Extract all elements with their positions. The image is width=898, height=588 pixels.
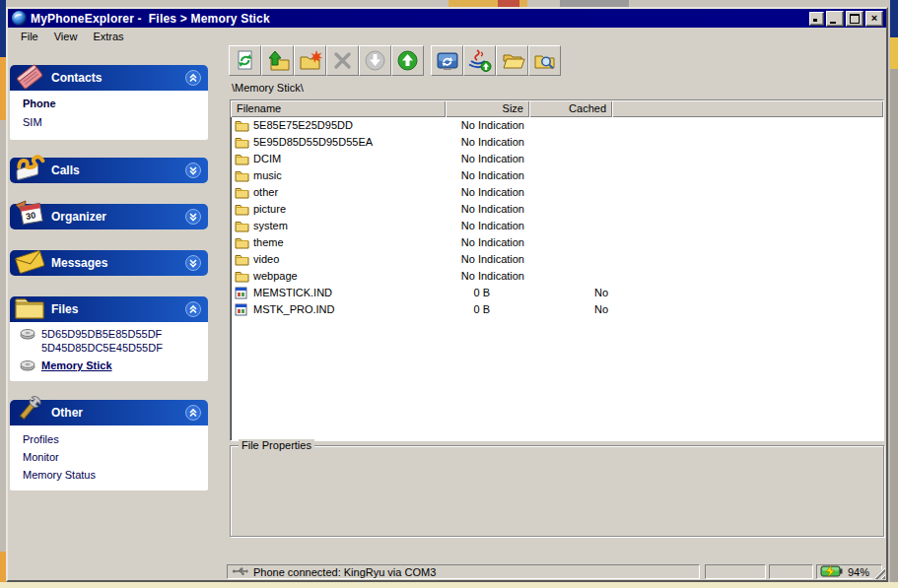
column-header-filename[interactable]: Filename xyxy=(231,100,446,117)
sidebar-item-phone[interactable]: Phone xyxy=(23,98,56,109)
folder-new-icon xyxy=(298,49,323,73)
parent-folder-button[interactable] xyxy=(261,45,294,76)
sidebar-section-files[interactable]: Files xyxy=(10,296,208,322)
table-row[interactable]: theme No Indication xyxy=(231,234,883,251)
current-path-label: \Memory Stick\ xyxy=(232,82,304,94)
file-list[interactable]: Filename Size Cached 5E85E75E25D95DD No … xyxy=(230,99,884,441)
delete-icon xyxy=(331,49,355,73)
delete-button[interactable] xyxy=(326,45,359,76)
sidebar-item-internal-memory[interactable]: 5D65D95DB5E85D55DF 5D45D85DC5E45D55DF xyxy=(20,327,199,355)
column-header-cached[interactable]: Cached xyxy=(529,100,612,117)
folder-icon xyxy=(235,270,249,283)
folder-icon xyxy=(235,203,249,216)
ind-file-icon xyxy=(235,287,249,299)
sidebar-item-sim[interactable]: SIM xyxy=(23,116,42,128)
file-properties-label: File Properties xyxy=(239,439,314,451)
table-row[interactable]: music No Indication xyxy=(231,167,883,184)
folder-icon xyxy=(235,236,249,249)
window-controls: × xyxy=(809,11,883,27)
wrench-icon xyxy=(12,395,47,426)
title-bar[interactable]: MyPhoneExplorer - Files > Memory Stick × xyxy=(8,9,886,28)
sidebar-section-calls[interactable]: Calls xyxy=(10,158,208,183)
folder-icon xyxy=(235,153,249,165)
sidebar-section-messages[interactable]: Messages xyxy=(10,250,208,276)
table-row[interactable]: picture No Indication xyxy=(231,201,883,218)
search-folder-button[interactable] xyxy=(528,45,561,76)
menu-extras[interactable]: Extras xyxy=(86,29,130,44)
table-row[interactable]: DCIM No Indication xyxy=(231,151,883,167)
expand-chevron-down-icon[interactable] xyxy=(185,255,201,271)
file-list-header: Filename Size Cached xyxy=(231,100,883,117)
section-title: Other xyxy=(51,406,83,420)
disk-icon xyxy=(20,327,41,355)
status-bar: Phone connected: KingRyu via COM3 94% xyxy=(8,563,886,580)
close-button[interactable]: × xyxy=(865,11,883,27)
table-row[interactable]: MSTK_PRO.IND 0 BNo xyxy=(231,301,883,318)
folder-icon xyxy=(235,186,249,199)
column-header-filler xyxy=(612,100,883,117)
disk-icon xyxy=(20,359,41,373)
menu-view[interactable]: View xyxy=(47,29,85,44)
column-header-size[interactable]: Size xyxy=(446,100,529,117)
open-folder-icon xyxy=(500,49,525,73)
calendar-icon: 30 xyxy=(12,199,47,230)
refresh-file-icon xyxy=(234,49,257,73)
open-folder-button[interactable] xyxy=(496,45,528,76)
table-row[interactable]: other No Indication xyxy=(231,184,883,201)
collapse-chevron-up-icon[interactable] xyxy=(185,405,201,421)
phone-icon xyxy=(12,153,47,184)
java-app-button[interactable] xyxy=(463,45,496,76)
table-row[interactable]: system No Indication xyxy=(231,218,883,234)
sidebar-section-other[interactable]: Other xyxy=(10,400,208,425)
new-folder-button[interactable] xyxy=(294,45,326,76)
status-segment-empty xyxy=(705,564,766,579)
download-button[interactable] xyxy=(359,45,391,76)
sync-button[interactable] xyxy=(431,45,463,76)
desktop-strip-right xyxy=(890,0,898,588)
sidebar-item-profiles[interactable]: Profiles xyxy=(23,433,59,445)
folder-icon xyxy=(235,220,249,232)
folder-up-icon xyxy=(265,49,291,73)
contacts-book-icon xyxy=(12,60,47,92)
table-row[interactable]: video No Indication xyxy=(231,251,883,268)
contacts-panel-body: Phone SIM xyxy=(10,91,208,140)
battery-percent-text: 94% xyxy=(848,566,869,578)
refresh-button[interactable] xyxy=(229,45,261,76)
window-title: MyPhoneExplorer - Files > Memory Stick xyxy=(31,12,270,26)
battery-icon xyxy=(820,565,844,579)
menu-file[interactable]: File xyxy=(14,29,45,44)
expand-chevron-down-icon[interactable] xyxy=(185,163,201,178)
menu-bar: File View Extras xyxy=(8,28,886,45)
drive-label: 5D65D95DB5E85D55DF 5D45D85DC5E45D55DF xyxy=(41,327,199,355)
sidebar-section-organizer[interactable]: 30 Organizer xyxy=(10,204,208,229)
folder-icon xyxy=(12,292,47,323)
tray-minimize-button[interactable] xyxy=(809,12,824,26)
folder-icon xyxy=(235,119,249,132)
sidebar-item-memory-status[interactable]: Memory Status xyxy=(23,469,96,481)
collapse-chevron-up-icon[interactable] xyxy=(185,301,201,317)
collapse-chevron-up-icon[interactable] xyxy=(185,70,201,86)
upload-icon xyxy=(396,49,420,73)
upload-button[interactable] xyxy=(391,45,424,76)
java-upload-icon xyxy=(467,49,493,73)
table-row[interactable]: 5E95D85D55D95D55EA No Indication xyxy=(231,134,883,151)
expand-chevron-down-icon[interactable] xyxy=(185,209,201,225)
sidebar-item-memory-stick[interactable]: Memory Stick xyxy=(20,359,199,373)
sidebar-section-contacts[interactable]: Contacts xyxy=(10,65,208,91)
table-row[interactable]: webpage No Indication xyxy=(231,268,883,285)
other-panel-body: Profiles Monitor Memory Status xyxy=(10,425,208,490)
folder-search-icon xyxy=(532,49,558,73)
sidebar-item-monitor[interactable]: Monitor xyxy=(23,451,59,463)
desktop-strip-bottom xyxy=(0,582,898,588)
minimize-button[interactable] xyxy=(826,11,844,27)
table-row[interactable]: MEMSTICK.IND 0 BNo xyxy=(231,285,883,301)
table-row[interactable]: 5E85E75E25D95DD No Indication xyxy=(231,117,883,134)
section-title: Contacts xyxy=(51,71,102,85)
drive-label-selected: Memory Stick xyxy=(41,359,199,373)
app-icon xyxy=(12,11,27,26)
maximize-button[interactable] xyxy=(846,11,863,27)
status-segment-empty xyxy=(769,564,813,579)
sync-screen-icon xyxy=(435,49,460,73)
battery-status-segment: 94% xyxy=(816,564,882,579)
file-properties-groupbox: File Properties xyxy=(230,445,884,537)
